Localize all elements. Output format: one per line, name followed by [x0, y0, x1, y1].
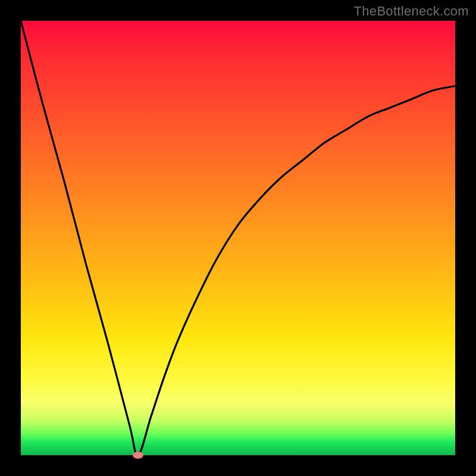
- plot-area: [21, 21, 455, 455]
- chart-frame: TheBottleneck.com: [0, 0, 476, 476]
- curve-path: [21, 21, 455, 455]
- minimum-marker: [133, 452, 143, 459]
- bottleneck-curve: [21, 21, 455, 455]
- watermark-text: TheBottleneck.com: [354, 4, 469, 19]
